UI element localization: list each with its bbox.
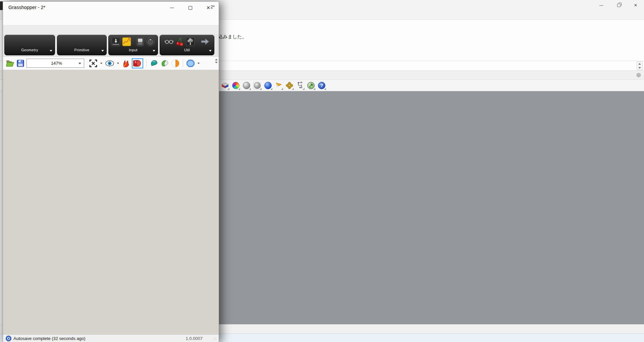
- graph-mapper-icon[interactable]: [122, 37, 131, 46]
- gh-status-bar: Autosave complete (32 seconds ago) 1.0.0…: [3, 334, 219, 342]
- solid-preview-button-selected[interactable]: [132, 58, 143, 68]
- grasshopper-menu-bar: [3, 14, 219, 25]
- gray-sphere-grid-icon: [254, 82, 261, 89]
- gh-version: 1.0.0007: [185, 336, 203, 341]
- minimize-icon: [599, 5, 603, 6]
- layer-pie-tool[interactable]: [220, 81, 230, 90]
- gh-canvas[interactable]: [3, 70, 219, 334]
- minimize-icon: [170, 8, 174, 8]
- scroll-up-icon: [215, 59, 218, 60]
- blue-gem-button[interactable]: [186, 58, 195, 68]
- rendered-sphere-tool[interactable]: [263, 81, 273, 90]
- close-icon: ×: [207, 5, 210, 11]
- toolbar-separator: [183, 59, 183, 67]
- restore-icon: [617, 4, 621, 7]
- zoom-level-value: 147%: [51, 61, 62, 66]
- grasshopper-title-bar[interactable]: Grasshopper - 2* ×: [3, 2, 219, 14]
- resize-grip[interactable]: .::: [213, 337, 217, 341]
- toolbar-overflow-spinner[interactable]: [215, 59, 218, 63]
- maximize-icon: [189, 6, 192, 10]
- gh-minimize-button[interactable]: [163, 2, 181, 14]
- dropdown-caret-icon[interactable]: [117, 63, 119, 64]
- scroll-down-icon: [215, 62, 218, 63]
- group-primitive[interactable]: Primitive: [57, 35, 107, 55]
- group-util-label[interactable]: Util: [160, 48, 214, 54]
- rhino-3d-viewport[interactable]: [219, 91, 644, 324]
- rhino-minimize-button[interactable]: [594, 0, 609, 11]
- gh-category-tabs: [3, 25, 219, 34]
- cherries-icon[interactable]: [175, 37, 184, 46]
- grasshopper-title: Grasshopper - 2*: [8, 5, 45, 10]
- shaded-preview-button[interactable]: [160, 58, 169, 68]
- question-mark-icon: ?: [318, 82, 325, 89]
- toolbar-settings-gear-icon[interactable]: [636, 72, 641, 78]
- grid-backdrop: [253, 81, 261, 90]
- group-input[interactable]: Input: [108, 35, 158, 55]
- earth-anchor-tool[interactable]: [306, 81, 316, 90]
- dropdown-caret-icon[interactable]: [100, 63, 102, 64]
- gray-sphere-icon: [243, 82, 250, 89]
- help-tool[interactable]: ?: [317, 81, 326, 90]
- spectacles-icon[interactable]: [164, 38, 174, 46]
- control-knob-icon[interactable]: [146, 37, 155, 46]
- cursor-cone-tool[interactable]: [274, 81, 283, 90]
- group-util[interactable]: Util: [160, 35, 214, 55]
- tree-icon[interactable]: [186, 37, 195, 46]
- save-file-button[interactable]: [16, 58, 24, 68]
- zoom-extents-button[interactable]: [89, 58, 98, 68]
- rhino-close-button[interactable]: ×: [628, 0, 643, 11]
- jump-arrow-icon[interactable]: [200, 38, 210, 46]
- open-file-button[interactable]: [6, 58, 14, 68]
- group-geometry-label[interactable]: Geometry: [5, 48, 55, 54]
- feather-flame-button[interactable]: [122, 58, 130, 68]
- ghosted-sphere-tool[interactable]: [253, 81, 262, 90]
- number-slider-icon[interactable]: [111, 37, 120, 46]
- scroll-down-icon: [638, 67, 641, 69]
- shaded-sphere-tool[interactable]: [242, 81, 251, 90]
- dropdown-caret-icon[interactable]: [198, 63, 200, 64]
- wireframe-preview-button[interactable]: [150, 58, 158, 68]
- group-primitive-label[interactable]: Primitive: [57, 48, 106, 54]
- gh-canvas-toolbar: 147%: [3, 57, 219, 70]
- gh-component-toolbar: Geometry Primitive Input Ut: [3, 34, 219, 57]
- render-preview-button[interactable]: [171, 58, 180, 68]
- command-scroll-spinner[interactable]: [637, 61, 643, 70]
- boolean-toggle-icon[interactable]: [136, 37, 144, 46]
- group-input-label[interactable]: Input: [109, 48, 158, 54]
- scroll-up-icon: [638, 63, 641, 65]
- color-wheel-tool[interactable]: [231, 81, 240, 90]
- blue-sphere-icon: [264, 82, 272, 89]
- group-geometry[interactable]: Geometry: [4, 35, 55, 55]
- autosave-message: Autosave complete (32 seconds ago): [13, 336, 86, 341]
- options-gears-tool[interactable]: [285, 81, 294, 90]
- document-badge: 2*: [211, 4, 215, 9]
- preview-eye-button[interactable]: [105, 58, 114, 68]
- rhino-restore-button[interactable]: [611, 0, 627, 11]
- dimension-tool[interactable]: [296, 81, 305, 90]
- toolbar-separator: [146, 59, 147, 67]
- color-wheel-icon: [232, 82, 239, 89]
- zoom-level-combobox[interactable]: 147%: [26, 59, 84, 68]
- close-icon: ×: [634, 3, 637, 8]
- globe-icon: [307, 82, 315, 89]
- gh-maximize-button[interactable]: [181, 2, 199, 14]
- grasshopper-window: Grasshopper - 2* × 2* Geometry Primitive: [3, 1, 219, 342]
- autosave-icon: [6, 336, 11, 341]
